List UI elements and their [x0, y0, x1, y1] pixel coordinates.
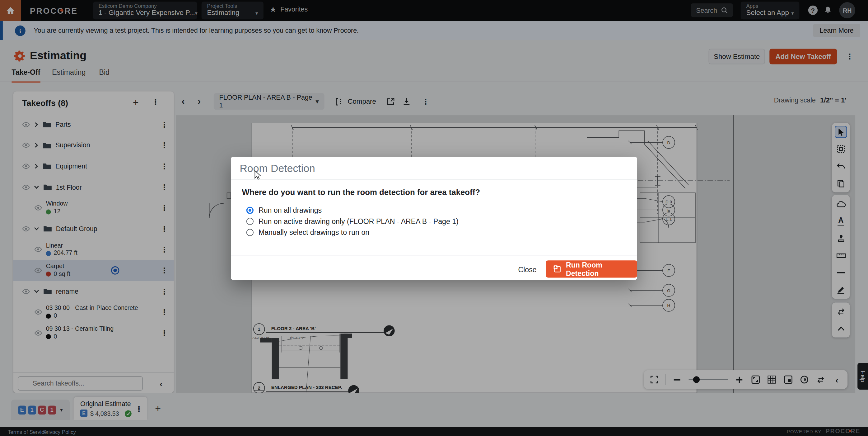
procore-estimating-app: PROCORE Esticom Demo Company 1 - Giganti… — [0, 0, 868, 436]
room-detection-modal: Room Detection Where do you want to run … — [231, 157, 637, 280]
modal-title: Room Detection — [240, 162, 315, 174]
run-room-detection-button[interactable]: Run Room Detection — [546, 260, 637, 278]
radio-icon[interactable] — [246, 229, 253, 236]
mouse-cursor — [254, 170, 261, 180]
modal-divider — [231, 179, 637, 180]
modal-footer-divider — [231, 255, 637, 255]
modal-question: Where do you want to run the room detect… — [242, 188, 480, 197]
close-button[interactable]: Close — [510, 261, 545, 278]
room-detection-icon — [553, 264, 562, 274]
radio-checked-icon[interactable] — [246, 207, 253, 214]
radio-icon[interactable] — [246, 218, 253, 225]
radio-manually-select[interactable]: Manually select drawings to run on — [246, 228, 369, 237]
radio-run-active-drawing[interactable]: Run on active drawing only (FLOOR PLAN -… — [246, 217, 459, 226]
radio-run-all-drawings[interactable]: Run on all drawings — [246, 206, 322, 214]
